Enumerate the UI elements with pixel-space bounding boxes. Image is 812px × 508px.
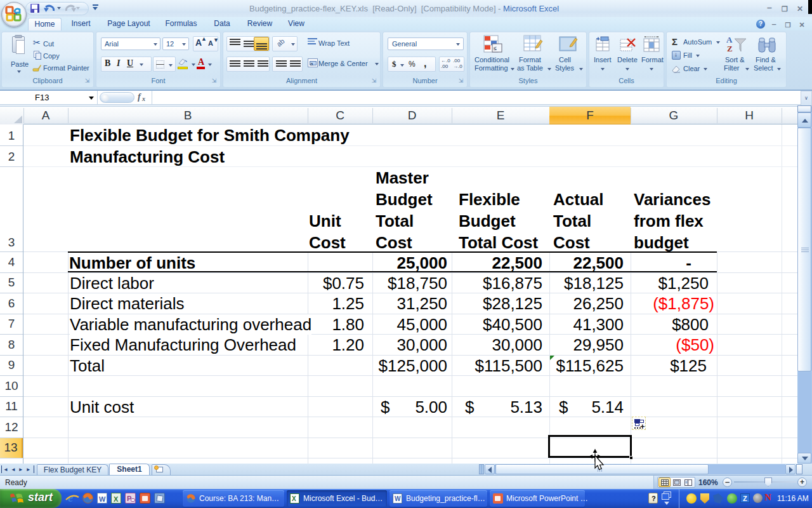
svg-text:A: A [726,35,733,44]
svg-text:Z: Z [727,44,733,53]
svg-text:≤: ≤ [494,45,497,51]
